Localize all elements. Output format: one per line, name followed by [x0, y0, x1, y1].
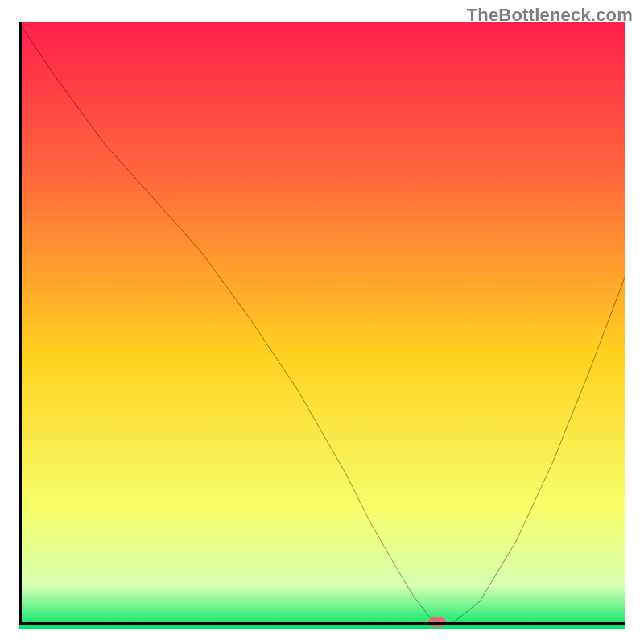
- x-axis: [19, 622, 625, 625]
- chart-plot-area: [19, 22, 625, 625]
- bottleneck-curve: [19, 22, 625, 625]
- y-axis: [19, 22, 22, 625]
